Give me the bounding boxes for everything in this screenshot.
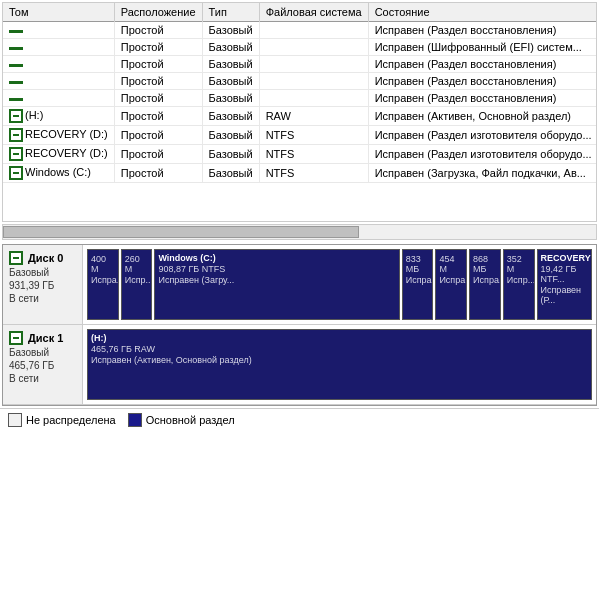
col-raspolozhenie: Расположение [114, 3, 202, 22]
seg-status: Испра... [91, 275, 115, 285]
disk-type: Базовый [9, 267, 76, 278]
table-row[interactable]: Простой Базовый Исправен (Раздел восстан… [3, 90, 597, 107]
cell-tip: Базовый [202, 22, 259, 39]
cell-tom [3, 90, 114, 107]
legend-label-primary: Основной раздел [146, 414, 235, 426]
seg-size: 400 М [91, 254, 115, 274]
cell-raspolozhenie: Простой [114, 164, 202, 183]
seg-size: 454 М [439, 254, 463, 274]
seg-size: 868 МБ [473, 254, 497, 274]
disk-row-disk1: Диск 1 Базовый 465,76 ГБ В сети (H:) 465… [3, 325, 596, 405]
segment-disk0-6[interactable]: 352 М Испр... [503, 249, 535, 320]
seg-status: Испра... [439, 275, 463, 285]
cell-tip: Базовый [202, 73, 259, 90]
legend-icon-unallocated [8, 413, 22, 427]
cell-fs: RAW [259, 107, 368, 126]
table-row[interactable]: Простой Базовый Исправен (Раздел восстан… [3, 22, 597, 39]
legend-item-primary: Основной раздел [128, 413, 235, 427]
segment-disk0-1[interactable]: 260 М Испр... [121, 249, 153, 320]
cell-sostoyanie: Исправен (Раздел изготовителя оборудо... [368, 145, 597, 164]
seg-size: 465,76 ГБ RAW [91, 344, 588, 354]
disk-icon [9, 109, 23, 123]
table-row[interactable]: (H:) Простой Базовый RAW Исправен (Актив… [3, 107, 597, 126]
col-fs: Файловая система [259, 3, 368, 22]
cell-sostoyanie: Исправен (Раздел восстановления) [368, 73, 597, 90]
seg-size: 833 МБ [406, 254, 430, 274]
col-tip: Тип [202, 3, 259, 22]
segment-disk0-7[interactable]: RECOVERY 19,42 ГБ NTF... Исправен (Р... [537, 249, 592, 320]
segment-disk0-2[interactable]: Windows (C:) 908,87 ГБ NTFS Исправен (За… [154, 249, 399, 320]
cell-tip: Базовый [202, 90, 259, 107]
disk-segments-disk1: (H:) 465,76 ГБ RAW Исправен (Активен, Ос… [83, 325, 596, 404]
segment-disk0-4[interactable]: 454 М Испра... [435, 249, 467, 320]
cell-raspolozhenie: Простой [114, 73, 202, 90]
cell-tip: Базовый [202, 39, 259, 56]
disk-row-disk0: Диск 0 Базовый 931,39 ГБ В сети 400 М Ис… [3, 245, 596, 325]
seg-label: RECOVERY [541, 253, 588, 263]
segment-disk1-0[interactable]: (H:) 465,76 ГБ RAW Исправен (Активен, Ос… [87, 329, 592, 400]
table-row[interactable]: RECOVERY (D:) Простой Базовый NTFS Испра… [3, 145, 597, 164]
cell-raspolozhenie: Простой [114, 145, 202, 164]
legend-icon-primary [128, 413, 142, 427]
partition-table-area[interactable]: Том Расположение Тип Файловая система Со… [2, 2, 597, 222]
disk-dash [13, 257, 19, 259]
disk-label-disk1: Диск 1 Базовый 465,76 ГБ В сети [3, 325, 83, 404]
table-row[interactable]: Простой Базовый Исправен (Шифрованный (E… [3, 39, 597, 56]
cell-sostoyanie: Исправен (Шифрованный (EFI) систем... [368, 39, 597, 56]
segment-disk0-3[interactable]: 833 МБ Испра... [402, 249, 434, 320]
disk-type: Базовый [9, 347, 76, 358]
partition-table: Том Расположение Тип Файловая система Со… [3, 3, 597, 183]
table-row[interactable]: Простой Базовый Исправен (Раздел восстан… [3, 73, 597, 90]
seg-size: 19,42 ГБ NTF... [541, 264, 588, 284]
seg-status: Испра... [406, 275, 430, 285]
table-row[interactable]: Простой Базовый Исправен (Раздел восстан… [3, 56, 597, 73]
seg-label: (H:) [91, 333, 588, 343]
cell-tip: Базовый [202, 56, 259, 73]
col-tom: Том [3, 3, 114, 22]
table-row[interactable]: RECOVERY (D:) Простой Базовый NTFS Испра… [3, 126, 597, 145]
segment-disk0-0[interactable]: 400 М Испра... [87, 249, 119, 320]
disk-icon [9, 128, 23, 142]
cell-tip: Базовый [202, 145, 259, 164]
disk-status: В сети [9, 293, 76, 304]
legend-item-unallocated: Не распределена [8, 413, 116, 427]
cell-tip: Базовый [202, 107, 259, 126]
cell-raspolozhenie: Простой [114, 39, 202, 56]
cell-raspolozhenie: Простой [114, 90, 202, 107]
disk-status: В сети [9, 373, 76, 384]
cell-sostoyanie: Исправен (Раздел восстановления) [368, 90, 597, 107]
cell-fs: NTFS [259, 145, 368, 164]
disk-icon [9, 147, 23, 161]
seg-label: Windows (C:) [158, 253, 395, 263]
cell-tom: (H:) [3, 107, 114, 126]
disk-size: 465,76 ГБ [9, 360, 76, 371]
seg-status: Испра... [473, 275, 497, 285]
cell-sostoyanie: Исправен (Раздел изготовителя оборудо... [368, 126, 597, 145]
cell-tip: Базовый [202, 164, 259, 183]
cell-tom [3, 22, 114, 39]
cell-tom: Windows (C:) [3, 164, 114, 183]
seg-status: Исправен (Активен, Основной раздел) [91, 355, 588, 365]
disk-segments-disk0: 400 М Испра... 260 М Испр... Windows (C:… [83, 245, 596, 324]
disk-label-disk0: Диск 0 Базовый 931,39 ГБ В сети [3, 245, 83, 324]
legend-label-unallocated: Не распределена [26, 414, 116, 426]
seg-status: Испр... [125, 275, 149, 285]
cell-tom [3, 73, 114, 90]
seg-status: Исправен (Р... [541, 285, 588, 305]
scroll-thumb[interactable] [3, 226, 359, 238]
cell-fs [259, 22, 368, 39]
horizontal-scrollbar[interactable] [2, 224, 597, 240]
cell-sostoyanie: Исправен (Загрузка, Файл подкачки, Ав... [368, 164, 597, 183]
segment-disk0-5[interactable]: 868 МБ Испра... [469, 249, 501, 320]
cell-raspolozhenie: Простой [114, 107, 202, 126]
seg-size: 352 М [507, 254, 531, 274]
disk-name: Диск 0 [9, 251, 76, 265]
cell-sostoyanie: Исправен (Раздел восстановления) [368, 22, 597, 39]
table-row[interactable]: Windows (C:) Простой Базовый NTFS Исправ… [3, 164, 597, 183]
cell-tom: RECOVERY (D:) [3, 145, 114, 164]
seg-status: Испр... [507, 275, 531, 285]
seg-size: 260 М [125, 254, 149, 274]
cell-fs [259, 56, 368, 73]
seg-status: Исправен (Загру... [158, 275, 395, 285]
cell-fs: NTFS [259, 126, 368, 145]
